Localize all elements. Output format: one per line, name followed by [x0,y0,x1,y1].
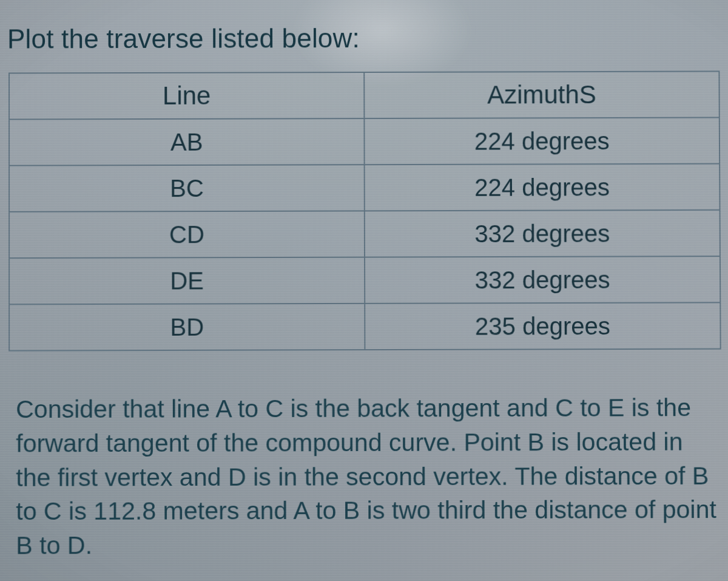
table-row: AB 224 degrees [9,118,720,166]
page-title: Plot the traverse listed below: [7,22,722,54]
traverse-table: Line AzimuthS AB 224 degrees BC 224 degr… [8,70,721,351]
problem-paragraph: Consider that line A to C is the back ta… [6,391,724,563]
header-azimuth: AzimuthS [364,71,720,118]
table-row: BC 224 degrees [9,164,720,212]
table-header-row: Line AzimuthS [9,71,720,119]
cell-azimuth: 224 degrees [364,118,720,165]
cell-azimuth: 332 degrees [365,210,720,257]
cell-line: DE [9,257,365,305]
cell-line: AB [9,118,365,166]
cell-azimuth: 224 degrees [365,164,720,211]
table-row: DE 332 degrees [9,256,720,304]
table-row: BD 235 degrees [9,302,721,350]
table-row: CD 332 degrees [9,210,720,258]
cell-line: BD [9,304,365,351]
cell-line: CD [9,211,365,258]
cell-line: BC [9,165,365,212]
cell-azimuth: 235 degrees [365,302,720,350]
header-line: Line [9,72,364,120]
cell-azimuth: 332 degrees [365,256,720,304]
